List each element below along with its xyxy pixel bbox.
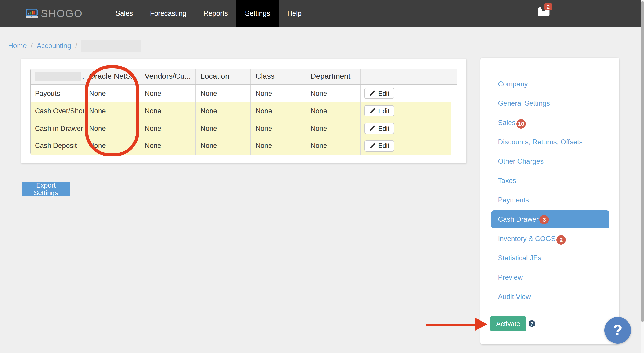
table-header-location: Location [196, 69, 251, 85]
cell-value: None [196, 120, 251, 137]
row-label-cash-deposit: Cash Deposit [30, 137, 84, 155]
scrollbar-thumb[interactable] [641, 1, 644, 322]
table-header-department: Department [306, 69, 361, 85]
nav-item-reports[interactable]: Reports [195, 0, 236, 27]
cell-value: None [251, 102, 306, 120]
cell-value: None [306, 120, 361, 137]
edit-button-cash-deposit[interactable]: Edit [365, 140, 394, 152]
sidebar-item-statistical-jes[interactable]: Statistical JEs [480, 248, 619, 267]
table-header-suffix: . [82, 72, 84, 81]
sidebar-item-label: Statistical JEs [498, 254, 541, 262]
sidebar-item-taxes[interactable]: Taxes [480, 171, 619, 190]
cell-value: None [85, 120, 140, 137]
sidebar-item-cash-drawer[interactable]: Cash Drawer3 [491, 210, 610, 228]
cell-value: None [140, 137, 196, 155]
sidebar-item-preview[interactable]: Preview [480, 267, 619, 287]
row-label-payouts: Payouts [30, 85, 84, 102]
pencil-icon [370, 125, 376, 131]
top-navbar: SHOGO SalesForecastingReportsSettingsHel… [0, 0, 641, 27]
sidebar-item-payments[interactable]: Payments [480, 190, 619, 210]
sidebar-item-label: Other Charges [498, 157, 544, 165]
page: SHOGO SalesForecastingReportsSettingsHel… [0, 0, 644, 353]
cell-value: None [196, 102, 251, 120]
edit-button-payouts[interactable]: Edit [365, 88, 394, 99]
table-header-oracle-nets: Oracle NetS... [85, 69, 140, 85]
sidebar-item-general-settings[interactable]: General Settings [480, 94, 619, 113]
brand[interactable]: SHOGO [26, 0, 83, 27]
sidebar-item-label: Cash Drawer [498, 215, 538, 223]
main-nav: SalesForecastingReportsSettingsHelp [107, 0, 310, 27]
cell-value: None [140, 85, 196, 102]
gutter-cell [451, 137, 458, 155]
count-badge: 10 [516, 119, 526, 129]
sidebar-item-other-charges[interactable]: Other Charges [480, 152, 619, 171]
actions-cell: Edit [361, 102, 451, 120]
mapping-table: .Oracle NetS...Vendors/Cu...LocationClas… [30, 69, 457, 154]
breadcrumb: Home / Accounting / [8, 40, 141, 52]
sidebar-item-label: Inventory & COGS [498, 234, 556, 243]
breadcrumb-separator: / [75, 42, 77, 50]
redaction-block [35, 72, 81, 81]
settings-sidebar: CompanyGeneral SettingsSales10Discounts,… [480, 58, 619, 344]
table-header-actions [361, 69, 451, 85]
row-label-cash-in-drawer: Cash in Drawer [30, 120, 84, 137]
sidebar-item-discounts-returns-offsets[interactable]: Discounts, Returns, Offsets [480, 132, 619, 152]
sidebar-item-label: Discounts, Returns, Offsets [498, 138, 583, 146]
pencil-icon [370, 91, 376, 97]
gutter-cell [451, 120, 458, 137]
edit-label: Edit [378, 125, 390, 132]
table-header-class: Class [251, 69, 306, 85]
export-settings-button[interactable]: Export Settings [22, 182, 70, 196]
shogo-logo-icon [26, 9, 38, 19]
sidebar-item-inventory-cogs[interactable]: Inventory & COGS2 [480, 229, 619, 248]
question-circle-icon[interactable]: ? [528, 320, 535, 327]
cell-value: None [196, 85, 251, 102]
row-label-cash-over-short: Cash Over/Short [30, 102, 84, 120]
brand-name: SHOGO [41, 8, 83, 20]
cell-value: None [85, 137, 140, 155]
sidebar-item-label: Company [498, 80, 528, 88]
inbox-button[interactable]: 2 [538, 7, 550, 18]
breadcrumb-accounting[interactable]: Accounting [37, 42, 71, 50]
sidebar-item-label: General Settings [498, 99, 550, 107]
notification-badge: 2 [544, 3, 552, 10]
sidebar-item-label: Payments [498, 196, 529, 204]
main-card: .Oracle NetS...Vendors/Cu...LocationClas… [21, 59, 466, 163]
breadcrumb-separator: / [31, 42, 33, 50]
cell-value: None [140, 120, 196, 137]
breadcrumb-home[interactable]: Home [8, 42, 27, 50]
sidebar-item-label: Sales [498, 119, 516, 127]
cell-value: None [251, 137, 306, 155]
edit-button-cash-in-drawer[interactable]: Edit [365, 123, 394, 134]
sidebar-item-label: Taxes [498, 177, 516, 185]
table-header-redacted: . [30, 69, 84, 85]
activate-button[interactable]: Activate [490, 316, 526, 331]
cell-value: None [306, 137, 361, 155]
actions-cell: Edit [361, 85, 451, 102]
sidebar-item-company[interactable]: Company [480, 74, 619, 94]
help-fab[interactable]: ? [604, 317, 631, 343]
count-badge: 3 [540, 215, 549, 224]
page-scrollbar [641, 0, 644, 353]
sidebar-item-label: Preview [498, 273, 523, 281]
edit-button-cash-over-short[interactable]: Edit [365, 105, 394, 117]
cell-value: None [251, 85, 306, 102]
cell-value: None [196, 137, 251, 155]
nav-item-sales[interactable]: Sales [107, 0, 142, 27]
sidebar-item-sales[interactable]: Sales10 [480, 113, 619, 132]
sidebar-item-audit-view[interactable]: Audit View [480, 287, 619, 306]
nav-item-help[interactable]: Help [279, 0, 310, 27]
breadcrumb-redacted-item [81, 40, 141, 52]
nav-item-settings[interactable]: Settings [236, 0, 279, 27]
table-header-vendors-cu: Vendors/Cu... [140, 69, 196, 85]
edit-label: Edit [378, 107, 390, 114]
cell-value: None [85, 85, 140, 102]
edit-label: Edit [378, 142, 390, 150]
sidebar-item-label: Audit View [498, 292, 531, 301]
sidebar-list: CompanyGeneral SettingsSales10Discounts,… [480, 74, 619, 306]
nav-item-forecasting[interactable]: Forecasting [142, 0, 195, 27]
cell-value: None [140, 102, 196, 120]
cell-value: None [306, 102, 361, 120]
gutter-cell [451, 102, 458, 120]
count-badge: 2 [556, 235, 566, 245]
